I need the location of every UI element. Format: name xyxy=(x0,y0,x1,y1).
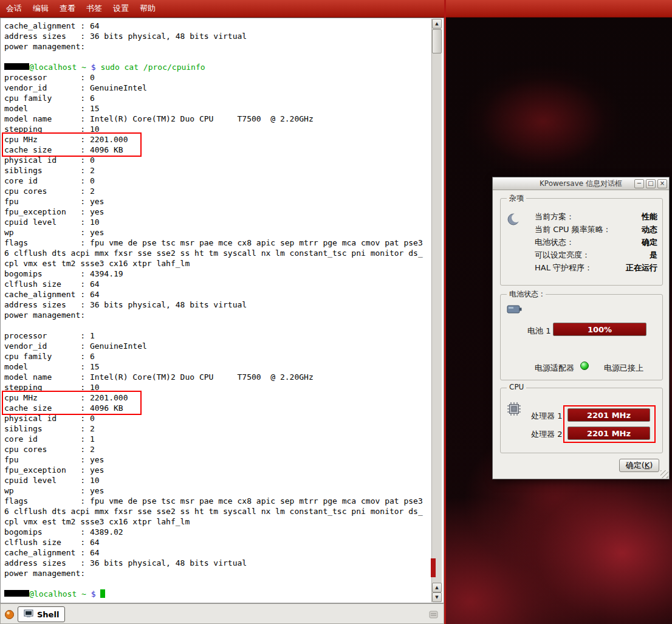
terminal-line: cpuid level : 10 xyxy=(4,217,430,227)
scroll-up-button-bottom[interactable]: ▲ xyxy=(432,583,442,592)
terminal-line: flags : fpu vme de pse tsc msr pae mce c… xyxy=(4,496,430,506)
row-label: 当前 CPU 频率策略 : xyxy=(535,224,608,235)
dialog-titlebar[interactable]: KPowersave 信息对话框 − □ × xyxy=(493,177,669,190)
arrow-up-icon: ▲ xyxy=(435,586,438,590)
terminal-line: stepping : 10 xyxy=(4,124,430,134)
terminal-line: address sizes : 36 bits physical, 48 bit… xyxy=(4,558,430,568)
terminal-line: physical id : 0 xyxy=(4,413,430,423)
prompt-host: @localhost ~ xyxy=(29,63,86,72)
close-icon: × xyxy=(660,180,665,187)
terminal-line: core id : 1 xyxy=(4,434,430,444)
info-row-battery-state: 电池状态 : 确定 xyxy=(535,236,657,249)
ok-accel-key: K xyxy=(645,461,650,470)
ok-label-suffix: ) xyxy=(650,461,653,470)
row-value: 动态 xyxy=(642,224,657,235)
terminal-line: cpu family : 6 xyxy=(4,93,430,103)
maximize-button[interactable]: □ xyxy=(646,179,656,188)
terminal-line: cpu family : 6 xyxy=(4,351,430,362)
ok-label-prefix: 确定( xyxy=(626,461,645,470)
maximize-icon: □ xyxy=(648,180,653,187)
terminal-output[interactable]: cache_alignment : 64address sizes : 36 b… xyxy=(1,18,430,603)
menu-item-view[interactable]: 查看 xyxy=(56,3,79,14)
taskbar: Shell xyxy=(0,603,444,624)
terminal-line: cache size : 4096 KB xyxy=(4,145,430,155)
terminal-line: address sizes : 36 bits physical, 48 bit… xyxy=(4,31,430,41)
terminal-line: stepping : 10 xyxy=(4,382,430,393)
battery-group-legend: 电池状态 : xyxy=(507,289,546,300)
terminal-line: cpu MHz : 2201.000 xyxy=(4,393,430,403)
terminal-line: power management: xyxy=(4,568,430,578)
arrow-down-icon: ▼ xyxy=(435,595,438,600)
terminal-line: wp : yes xyxy=(4,485,430,496)
terminal-line: bogomips : 4389.02 xyxy=(4,527,430,537)
task-tab-shell[interactable]: Shell xyxy=(18,606,65,622)
terminal-line: model name : Intel(R) Core(TM)2 Duo CPU … xyxy=(4,372,430,382)
info-row-scheme: 当前方案 : 性能 xyxy=(535,210,657,223)
scroll-down-button[interactable]: ▼ xyxy=(432,592,442,602)
menu-item-edit[interactable]: 编辑 xyxy=(29,3,52,14)
processor1-frequency-bar: 2201 MHz xyxy=(567,408,650,422)
ok-button[interactable]: 确定(K) xyxy=(619,459,659,472)
adapter-label: 电源适配器 xyxy=(535,363,574,374)
terminal-line: fpu_exception : yes xyxy=(4,465,430,475)
resize-grip[interactable] xyxy=(660,470,668,478)
terminal-line xyxy=(4,320,430,331)
cpu-icon xyxy=(507,402,521,418)
task-tab-label: Shell xyxy=(37,610,59,619)
row-value: 是 xyxy=(650,250,657,261)
adapter-status: 电源已接上 xyxy=(604,363,643,374)
terminal-cursor xyxy=(100,589,105,598)
terminal-scrollbar[interactable]: ▲ ▲ ▼ xyxy=(431,19,442,602)
session-list-icon xyxy=(428,609,439,620)
row-value: 确定 xyxy=(642,237,657,248)
row-value: 性能 xyxy=(642,211,657,222)
terminal-line: physical id : 0 xyxy=(4,155,430,165)
info-row-brightness: 可以设定亮度 : 是 xyxy=(535,249,657,261)
terminal-line: model : 15 xyxy=(4,362,430,372)
terminal-line: @localhost ~ $ xyxy=(4,589,430,599)
terminal-line: fpu : yes xyxy=(4,454,430,465)
row-label: HAL 守护程序 : xyxy=(535,262,590,273)
menu-item-help[interactable]: 帮助 xyxy=(136,3,159,14)
kpowersave-icon xyxy=(507,212,521,228)
close-button[interactable]: × xyxy=(657,179,667,188)
terminal-line: siblings : 2 xyxy=(4,423,430,434)
terminal-line xyxy=(4,52,430,62)
scroll-up-button[interactable]: ▲ xyxy=(432,19,442,29)
misc-group-legend: 杂项 xyxy=(507,193,526,204)
processor2-frequency: 2201 MHz xyxy=(587,429,631,438)
menu-item-session[interactable]: 会话 xyxy=(2,3,26,14)
terminal-line: 6 clflush dts acpi mmx fxsr sse sse2 ss … xyxy=(4,248,430,258)
terminal-line: cpuid level : 10 xyxy=(4,475,430,485)
misc-rows: 当前方案 : 性能 当前 CPU 频率策略 : 动态 电池状态 : 确定 可以设… xyxy=(535,210,657,274)
minimize-button[interactable]: − xyxy=(634,179,644,188)
arrow-up-icon: ▲ xyxy=(435,22,438,26)
row-label: 可以设定亮度 : xyxy=(535,250,588,261)
terminal-line: flags : fpu vme de pse tsc msr pae mce c… xyxy=(4,238,430,248)
minimize-icon: − xyxy=(637,180,642,187)
desktop-background: KPowersave 信息对话框 − □ × 杂项 当前方案 : 性能 xyxy=(444,0,672,624)
terminal-line: vendor_id : GenuineIntel xyxy=(4,83,430,93)
new-session-button[interactable] xyxy=(2,608,16,621)
terminal-line: cache_alignment : 64 xyxy=(4,21,430,31)
redacted-username xyxy=(4,63,29,70)
session-list-button[interactable] xyxy=(427,608,440,621)
terminal-line: power management: xyxy=(4,41,430,52)
prompt-host: @localhost ~ xyxy=(29,589,86,598)
scrollbar-thumb[interactable] xyxy=(432,29,442,53)
terminal-line: model name : Intel(R) Core(TM)2 Duo CPU … xyxy=(4,114,430,124)
adapter-led-icon xyxy=(580,362,589,370)
terminal-line: 6 clflush dts acpi mmx fxsr sse sse2 ss … xyxy=(4,506,430,516)
info-row-cpu-policy: 当前 CPU 频率策略 : 动态 xyxy=(535,223,657,236)
cpu-group: CPU 处理器 1 2201 MHz 处理器 2 2201 MHz xyxy=(500,388,663,453)
terminal-line: clflush size : 64 xyxy=(4,537,430,547)
menu-item-settings[interactable]: 设置 xyxy=(109,3,132,14)
konsole-window: 会话 编辑 查看 书签 设置 帮助 cache_alignment : 64ad… xyxy=(0,0,444,624)
battery-label: 电池 1 xyxy=(527,326,550,337)
misc-group: 杂项 当前方案 : 性能 当前 CPU 频率策略 : 动态 xyxy=(500,198,663,286)
processor1-label: 处理器 1 xyxy=(531,411,562,422)
processor1-frequency: 2201 MHz xyxy=(587,411,631,420)
background-window-titlebar xyxy=(446,0,672,18)
prompt-symbol: $ xyxy=(86,63,100,72)
menu-item-bookmarks[interactable]: 书签 xyxy=(83,3,106,14)
